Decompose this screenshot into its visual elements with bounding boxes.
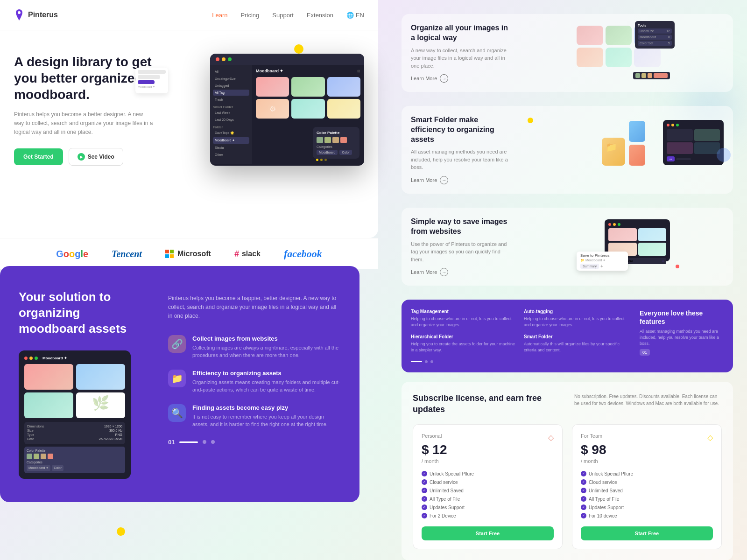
arrow-icon-3: → (440, 268, 448, 276)
hero-mockup: All UncategorUze Untagged All Tag Trash … (163, 49, 364, 170)
sidebar-moodboard: Moodboard ✦ (213, 137, 249, 144)
sf-c2 (694, 129, 720, 141)
tcheck-5: ✓ (581, 504, 586, 510)
grid-card-2 (291, 77, 324, 97)
pm-swatch-1 (27, 454, 32, 459)
nav-learn[interactable]: Learn (212, 12, 227, 19)
fh-item-smart: Smart Folder Automatically this will org… (524, 334, 630, 353)
swatch-tan (332, 137, 339, 143)
pm-tags: Moodboard ✦ Color (27, 465, 123, 471)
navbar: Pinterus Learn Pricing Support Extension… (0, 0, 378, 30)
nav-dot-1[interactable] (203, 440, 206, 444)
mockup-window: All UncategorUze Untagged All Tag Trash … (210, 54, 364, 166)
brand-google[interactable]: Google (56, 249, 88, 259)
pm-dot-g (35, 357, 38, 360)
learn-more-1-label: Learn More (411, 76, 437, 81)
check-4: ✓ (422, 496, 427, 502)
pcf-4-text: All Type of File (430, 497, 460, 502)
mockup-titlebar (210, 54, 364, 65)
check-2: ✓ (422, 479, 427, 485)
tcheck-3: ✓ (581, 488, 586, 493)
vis1-c6 (634, 48, 661, 67)
mockup-main-titlebar: Moodboard ✦ ⊞ (256, 69, 360, 73)
pcf-5-text: Updates Support (430, 505, 465, 510)
see-video-button[interactable]: ▶ See Video (69, 148, 123, 166)
learn-more-1[interactable]: Learn More → (411, 74, 514, 83)
feature-card-save: Simple way to save images from websites … (402, 208, 733, 286)
fh-item-auto: Auto-tagging Helping to choose who are i… (524, 309, 630, 328)
pricing-header: Subscribe license, and earn free updates… (413, 393, 722, 415)
nav-extension[interactable]: Extension (307, 12, 333, 19)
mc3 (648, 73, 652, 78)
g-g2: g (75, 249, 80, 259)
feature-organize: 📁 Efficiency to organizing assets Organi… (168, 370, 341, 394)
left-panel: Pinterus Learn Pricing Support Extension… (0, 0, 378, 238)
pricing-team-card: For Team ◇ $ 98 / month ✓Unlock Special … (572, 424, 722, 549)
mini-colors (633, 72, 670, 79)
fh-tag-desc: Helping to choose who are in or not, let… (411, 316, 517, 328)
slack-label: slack (242, 250, 261, 258)
fw-bar3 (138, 80, 155, 84)
fh-hier-desc: Helping you to create the assets folder … (411, 341, 517, 353)
pm-grid: 🌿 (24, 364, 125, 418)
v3-mc-title: Save to Pinterus (580, 253, 624, 258)
nav-dot-2[interactable] (211, 440, 215, 444)
pm-palette-label: Color Palette (27, 449, 123, 452)
pcf-2: ✓Cloud service (422, 478, 554, 486)
red-dot-v3 (676, 265, 679, 268)
learn-more-2[interactable]: Learn More → (411, 176, 514, 184)
organize-text: Efficiency to organizing assets Organizi… (192, 370, 341, 394)
vis2-folders: 📁 (602, 121, 645, 166)
learn-more-3[interactable]: Learn More → (411, 268, 514, 276)
fcr-visual-2: 📁 (523, 115, 724, 171)
sf-btn: •• (667, 156, 675, 161)
floating-mini-window: Moodboard ✦ (135, 68, 168, 93)
nav-pricing[interactable]: Pricing (241, 12, 260, 19)
tag-row: Moodboard Color (317, 150, 356, 155)
palette-colors (317, 137, 356, 143)
brand-microsoft[interactable]: Microsoft (165, 250, 211, 258)
folder-yellow: 📁 (602, 138, 625, 166)
pm-titlebar: Moodboard ✦ (24, 356, 125, 360)
sidebar-alltag: All Tag (213, 90, 249, 96)
fw-label: Moodboard ✦ (138, 85, 166, 88)
fcr-text-2: Smart Folder make efficiency to organizi… (411, 115, 514, 184)
sf-c3 (667, 142, 693, 154)
fh-nav-dot-2[interactable] (430, 360, 433, 363)
hero-text: A design library to get you better organ… (14, 54, 154, 166)
ms-yellow (170, 254, 174, 258)
personal-start-button[interactable]: Start Free (422, 526, 554, 540)
mc2 (641, 73, 646, 78)
purple-mockup: Moodboard ✦ 🌿 Dimensions 1920 × 1200 Siz… (19, 350, 131, 479)
fh-layout: Tag Management Helping to choose who are… (411, 309, 724, 363)
arrow-icon-1: → (440, 74, 448, 83)
date-value: 25/7/2020 15:28 (99, 437, 122, 441)
fh-smart-title: Smart Folder (524, 334, 630, 339)
vis1-c2 (606, 26, 632, 45)
feature-find: 🔍 Finding assets become easy plzy It is … (168, 404, 341, 428)
feature-card-organize: Organize all your images in a logical wa… (402, 14, 733, 92)
fh-left: Tag Management Helping to choose who are… (411, 309, 630, 363)
logo-text: Pinterus (28, 11, 58, 19)
pcf-3-text: Unlimited Saved (430, 488, 464, 493)
pcf-5: ✓Updates Support (422, 503, 554, 511)
fh-nav-dot-1[interactable] (425, 360, 428, 363)
team-start-button[interactable]: Start Free (581, 526, 713, 540)
pctf-2: ✓Cloud service (581, 478, 713, 486)
sf-c4 (694, 142, 720, 154)
get-started-button[interactable]: Get Started (14, 148, 63, 165)
globe-icon: 🌐 (346, 12, 354, 19)
overlay-title: Tools (638, 24, 672, 27)
logo[interactable]: Pinterus (14, 8, 58, 21)
collect-desc: Collecting images are always a nightmare… (192, 344, 341, 359)
brand-slack[interactable]: # slack (234, 249, 261, 259)
pctf-4: ✓All Type of File (581, 495, 713, 503)
ms-logo-grid (165, 250, 174, 258)
purple-left: Your solution to organizing moodboard as… (19, 289, 149, 479)
brand-facebook[interactable]: facebook (284, 248, 322, 260)
nav-support[interactable]: Support (272, 12, 294, 19)
brand-tencent[interactable]: Tencent (112, 249, 142, 259)
fh-right-title: Everyone love these features (640, 309, 724, 326)
nav-language[interactable]: 🌐 EN (346, 12, 364, 19)
organize-title: Efficiency to organizing assets (192, 370, 341, 377)
